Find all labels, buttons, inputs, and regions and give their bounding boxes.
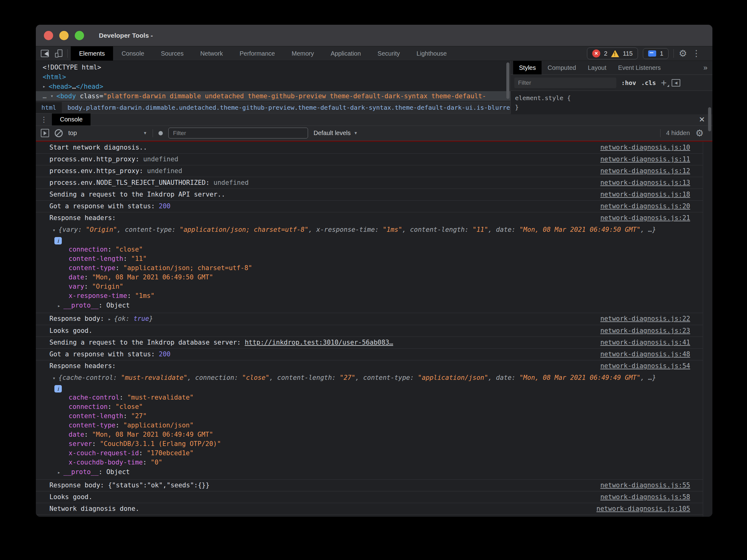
dom-tree: <!DOCTYPE html><html>▸ <head>…</head>… ▾… [36, 61, 510, 102]
console-source-link[interactable]: network-diagnosis.js:55 [600, 480, 690, 491]
tab-event-listeners[interactable]: Event Listeners [612, 61, 667, 75]
inspect-element-icon[interactable] [41, 50, 49, 57]
messages-badge[interactable]: 1 [643, 48, 669, 59]
message-url-link[interactable]: http://inkdrop.test:3010/user-56ab083… [245, 339, 393, 346]
dom-tree-row[interactable]: … ▾ <body class="platform-darwin dimmabl… [36, 91, 510, 101]
console-filter-input[interactable] [169, 128, 308, 138]
console-source-link[interactable]: network-diagnosis.js:54 [600, 360, 690, 372]
disclosure-triangle-icon[interactable]: ▸ [108, 316, 114, 322]
console-line: content-length: "27" [69, 411, 690, 421]
console-line: process.env.http_proxy: undefined [49, 154, 690, 165]
console-source-link[interactable]: network-diagnosis.js:11 [600, 154, 690, 165]
text-segment: undefined [147, 167, 182, 175]
tab-sources[interactable]: Sources [153, 46, 192, 60]
disclosure-triangle-icon[interactable]: ▸ [43, 83, 49, 89]
console-source-link[interactable]: network-diagnosis.js:41 [600, 337, 690, 348]
drawer-menu-icon[interactable]: ⋮ [36, 113, 52, 125]
text-segment: "Origin" [86, 226, 117, 233]
new-style-rule-icon[interactable]: + [661, 79, 667, 86]
execution-context-select[interactable]: top ▼ [68, 129, 147, 136]
hidden-messages-count[interactable]: 4 hidden [666, 129, 690, 136]
dom-tree-row[interactable]: <!DOCTYPE html> [36, 62, 510, 72]
tab-memory[interactable]: Memory [283, 46, 322, 60]
console-source-link[interactable]: network-diagnosis.js:13 [600, 177, 690, 188]
tab-console[interactable]: Console [113, 46, 152, 60]
tab-styles[interactable]: Styles [513, 61, 542, 75]
more-options-icon[interactable]: ⋮ [692, 49, 701, 58]
console-source-link[interactable]: network-diagnosis.js:10 [600, 142, 690, 153]
styles-scrollbar[interactable] [708, 107, 711, 131]
close-window-button[interactable] [44, 31, 53, 40]
disclosure-triangle-icon[interactable]: ▾ [53, 227, 58, 233]
text-segment: Looks good. [49, 493, 93, 501]
console-message-row: Response body: ▸ {ok: true}network-diagn… [36, 313, 713, 325]
tab-lighthouse[interactable]: Lighthouse [408, 46, 455, 60]
console-message-row: process.env.http_proxy: undefinednetwork… [36, 154, 713, 166]
console-source-link[interactable]: network-diagnosis.js:23 [600, 325, 690, 336]
elements-scrollbar[interactable] [506, 62, 510, 99]
disclosure-triangle-icon[interactable]: ▾ [50, 93, 56, 99]
console-line: Start network diagnosis.. [49, 142, 690, 153]
object-key: date [69, 274, 84, 281]
disclosure-triangle-icon[interactable]: ▸ [57, 303, 63, 309]
object-key: date [69, 431, 84, 438]
tab-application[interactable]: Application [322, 46, 369, 60]
live-expression-eye-icon[interactable] [158, 131, 163, 135]
console-line: content-type: "application/json; charset… [69, 263, 690, 273]
console-source-link[interactable]: network-diagnosis.js:12 [600, 166, 690, 177]
console-line: x-couch-request-id: "170ebced1e" [69, 449, 690, 458]
console-toolbar-right: 4 hidden ⚙ [660, 129, 707, 138]
string-value: "170ebced1e" [147, 449, 194, 457]
disclosure-triangle-icon[interactable]: ▾ [53, 375, 58, 381]
warning-count: 115 [623, 50, 633, 57]
device-toolbar-icon[interactable] [55, 49, 62, 57]
tab-layout[interactable]: Layout [582, 61, 612, 75]
styles-filter-input[interactable] [514, 78, 616, 88]
breadcrumb: html body.platform-darwin.dimmable.undet… [36, 102, 510, 113]
toggle-classes-button[interactable]: .cls [641, 79, 656, 86]
dom-tree-row[interactable]: <html> [36, 72, 510, 82]
more-tabs-icon[interactable]: » [703, 61, 713, 75]
log-levels-select[interactable]: Default levels ▼ [314, 129, 358, 136]
element-style-rule-open[interactable]: element.style { [515, 93, 708, 103]
console-line: connection: "close" [69, 245, 690, 254]
clear-console-icon[interactable] [55, 129, 63, 137]
console-source-link[interactable]: network-diagnosis.js:20 [600, 201, 690, 212]
dom-tree-row[interactable]: ▸ <head>…</head> [36, 82, 510, 91]
code-tag: <body [56, 93, 76, 100]
console-line: Response body: ▸ {ok: true} [49, 313, 690, 325]
console-source-link[interactable]: network-diagnosis.js:48 [600, 349, 690, 360]
breadcrumb-item-html[interactable]: html [36, 102, 62, 113]
tab-computed[interactable]: Computed [542, 61, 582, 75]
toggle-sidebar-icon[interactable]: ◀ [672, 79, 680, 86]
tab-performance[interactable]: Performance [231, 46, 284, 60]
console-source-link[interactable]: network-diagnosis.js:21 [600, 212, 690, 224]
console-line: x-couchdb-body-time: "0" [69, 458, 690, 467]
text-segment: Network diagnosis done. [49, 505, 139, 512]
tab-network[interactable]: Network [192, 46, 231, 60]
tab-elements[interactable]: Elements [71, 46, 113, 60]
console-source-link[interactable]: network-diagnosis.js:105 [596, 503, 690, 514]
console-settings-gear-icon[interactable]: ⚙ [695, 129, 704, 138]
text-segment: {vary: [58, 226, 86, 233]
text-segment: {cache-control: [58, 374, 121, 381]
settings-gear-icon[interactable]: ⚙ [679, 49, 687, 58]
info-level-icon: i [54, 385, 62, 392]
code-tag: <head> [49, 83, 72, 90]
console-source-link[interactable]: network-diagnosis.js:18 [600, 189, 690, 200]
title-bar[interactable]: Developer Tools - [36, 25, 713, 46]
disclosure-triangle-icon[interactable]: ▸ [57, 469, 63, 475]
console-sidebar-icon[interactable] [41, 129, 49, 137]
breadcrumb-item-body[interactable]: body.platform-darwin.dimmable.undetached… [62, 102, 510, 113]
issues-badge[interactable]: ✕ 2 115 [587, 48, 638, 59]
text-segment: : [84, 274, 92, 281]
console-source-link[interactable]: network-diagnosis.js:58 [600, 491, 690, 503]
toggle-hover-state-button[interactable]: :hov [621, 79, 636, 86]
console-source-link[interactable]: network-diagnosis.js:22 [600, 313, 690, 325]
tab-security[interactable]: Security [369, 46, 408, 60]
minimize-window-button[interactable] [59, 31, 69, 40]
maximize-window-button[interactable] [75, 31, 84, 40]
message-icon [648, 50, 656, 56]
console-message-content: Got a response with status: 200 [49, 201, 690, 212]
tab-console-drawer[interactable]: Console [52, 113, 91, 125]
